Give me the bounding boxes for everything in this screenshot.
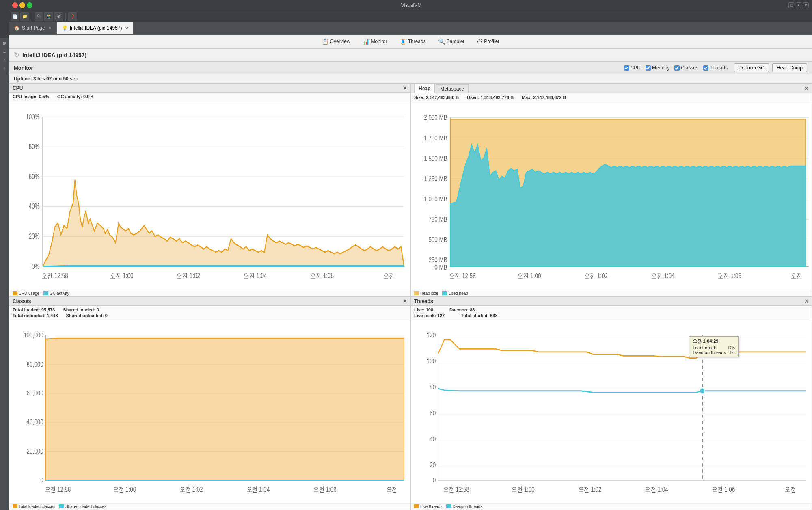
nav-profiler-label: Profiler xyxy=(484,39,499,44)
checkbox-cpu[interactable]: CPU xyxy=(624,65,641,71)
tab-start-close[interactable]: ✕ xyxy=(48,26,52,30)
nav-overview-label: Overview xyxy=(330,39,350,44)
shared-loaded-legend-label: Shared loaded classes xyxy=(65,504,106,509)
checkbox-threads-label: Threads xyxy=(710,65,728,71)
toolbar-settings[interactable]: ⚙ xyxy=(54,12,63,21)
toolbar-help[interactable]: ❓ xyxy=(68,12,77,21)
nav-threads[interactable]: 🧵 Threads xyxy=(394,36,431,47)
gc-activity-value: 0.0% xyxy=(83,94,93,99)
total-unloaded-label: Total unloaded: xyxy=(13,313,45,318)
tab-metaspace[interactable]: Metaspace xyxy=(436,84,469,93)
checkbox-cpu-input[interactable] xyxy=(624,65,629,71)
side-btn-3[interactable]: ↑ xyxy=(1,56,8,63)
memory-tab-bar: Heap Metaspace ✕ xyxy=(411,84,812,93)
toolbar-new[interactable]: 📄 xyxy=(11,12,19,21)
tab-start[interactable]: 🏠 Start Page ✕ xyxy=(9,22,57,34)
total-loaded-label: Total loaded: xyxy=(13,307,40,312)
used-heap-legend: Used heap xyxy=(442,291,468,296)
svg-point-86 xyxy=(700,349,705,355)
threads-icon: 🧵 xyxy=(400,38,406,45)
threads-title-bar: Threads ✕ xyxy=(411,297,812,306)
mem-used-label: Used: xyxy=(467,95,479,100)
toolbar-connect[interactable]: 🔌 xyxy=(35,12,43,21)
threads-close[interactable]: ✕ xyxy=(804,298,808,304)
svg-text:오전 1:04: 오전 1:04 xyxy=(244,272,267,279)
svg-text:0 MB: 0 MB xyxy=(434,263,447,271)
checkbox-classes-label: Classes xyxy=(681,65,698,71)
toolbar-open[interactable]: 📁 xyxy=(20,12,29,21)
nav-sampler-label: Sampler xyxy=(447,39,465,44)
nav-sampler[interactable]: 🔍 Sampler xyxy=(433,36,470,47)
svg-text:1,500 MB: 1,500 MB xyxy=(424,154,447,162)
svg-text:오전 1:06: 오전 1:06 xyxy=(310,272,334,279)
svg-text:80: 80 xyxy=(430,383,436,391)
shared-loaded-legend: Shared loaded classes xyxy=(59,504,106,509)
win-maximize[interactable]: ▲ xyxy=(796,2,801,8)
checkbox-classes-input[interactable] xyxy=(674,65,680,71)
tab-intellij[interactable]: 💡 IntelliJ IDEA (pid 14957) ✕ xyxy=(57,22,134,34)
live-peak-value: 127 xyxy=(437,313,445,318)
daemon-threads-legend: Daemon threads xyxy=(446,504,482,509)
svg-text:40,000: 40,000 xyxy=(27,418,43,426)
overview-icon: 📋 xyxy=(322,38,328,45)
nav-overview[interactable]: 📋 Overview xyxy=(316,36,356,47)
live-peak-label: Live peak: xyxy=(414,313,436,318)
heap-dump-btn[interactable]: Heap Dump xyxy=(772,63,807,72)
title-text: VisualVM xyxy=(401,2,421,8)
checkbox-memory[interactable]: Memory xyxy=(646,65,669,71)
tab-start-icon: 🏠 xyxy=(14,25,20,31)
gc-color xyxy=(43,291,48,295)
cpu-legend-gc: GC activity xyxy=(43,291,69,296)
daemon-value: 88 xyxy=(470,307,475,312)
total-loaded-color xyxy=(13,504,17,508)
toolbar-screenshot[interactable]: 📸 xyxy=(44,12,53,21)
classes-chart-svg: 100,000 80,000 60,000 40,000 20,000 0 xyxy=(9,320,410,503)
cpu-legend-gc-label: GC activity xyxy=(50,291,69,296)
nav-monitor-label: Monitor xyxy=(371,39,387,44)
monitor-header: Monitor CPU Memory Classes xyxy=(9,62,812,74)
cpu-color xyxy=(13,291,17,295)
svg-text:1,000 MB: 1,000 MB xyxy=(424,195,447,203)
perform-gc-btn[interactable]: Perform GC xyxy=(734,63,769,72)
svg-text:250 MB: 250 MB xyxy=(428,256,447,264)
svg-text:2,000 MB: 2,000 MB xyxy=(424,114,447,121)
nav-monitor[interactable]: 📊 Monitor xyxy=(357,36,393,47)
tab-intellij-close[interactable]: ✕ xyxy=(125,26,128,30)
checkbox-threads[interactable]: Threads xyxy=(703,65,728,71)
cpu-legend-usage-label: CPU usage xyxy=(19,291,39,296)
checkbox-memory-input[interactable] xyxy=(646,65,651,71)
svg-text:0: 0 xyxy=(40,476,43,484)
classes-title: Classes xyxy=(13,298,31,304)
svg-text:오전 1:06: 오전 1:06 xyxy=(712,485,735,493)
min-btn[interactable] xyxy=(19,2,25,8)
classes-chart-body: 100,000 80,000 60,000 40,000 20,000 0 xyxy=(9,320,410,503)
svg-text:오전 1:06: 오전 1:06 xyxy=(313,485,336,493)
live-threads-legend-label: Live threads xyxy=(420,504,442,509)
side-btn-4[interactable]: ↓ xyxy=(1,64,8,71)
process-title: IntelliJ IDEA (pid 14957) xyxy=(22,52,86,58)
win-close[interactable]: ✕ xyxy=(803,2,809,8)
memory-close[interactable]: ✕ xyxy=(804,86,808,91)
side-btn-2[interactable]: ≡ xyxy=(1,48,8,55)
svg-text:20: 20 xyxy=(430,461,436,469)
svg-point-87 xyxy=(700,388,705,394)
memory-panel: Heap Metaspace ✕ Size: 2,147,483,680 B U… xyxy=(410,84,812,297)
tab-heap[interactable]: Heap xyxy=(414,84,435,93)
nav-profiler[interactable]: ⏱ Profiler xyxy=(471,36,505,47)
classes-legend: Total loaded classes Shared loaded class… xyxy=(9,503,410,510)
mem-max-value: 2,147,483,672 B xyxy=(533,95,566,100)
monitor-title: Monitor xyxy=(14,65,33,71)
side-btn-1[interactable]: ⊞ xyxy=(1,40,8,47)
memory-legend: Heap size Used heap xyxy=(411,290,812,296)
max-btn[interactable] xyxy=(27,2,32,8)
threads-info: Live: 108 Daemon: 88 Live peak: 127 xyxy=(411,306,812,320)
cpu-close[interactable]: ✕ xyxy=(403,85,407,91)
svg-text:오전 1:00: 오전 1:00 xyxy=(518,272,541,279)
checkbox-threads-input[interactable] xyxy=(703,65,708,71)
gc-activity-label: GC activity: xyxy=(57,94,82,99)
classes-close[interactable]: ✕ xyxy=(403,298,407,304)
checkbox-classes[interactable]: Classes xyxy=(674,65,698,71)
used-heap-label: Used heap xyxy=(448,291,468,296)
win-restore[interactable]: ◻ xyxy=(788,2,794,8)
close-btn[interactable] xyxy=(12,2,18,8)
